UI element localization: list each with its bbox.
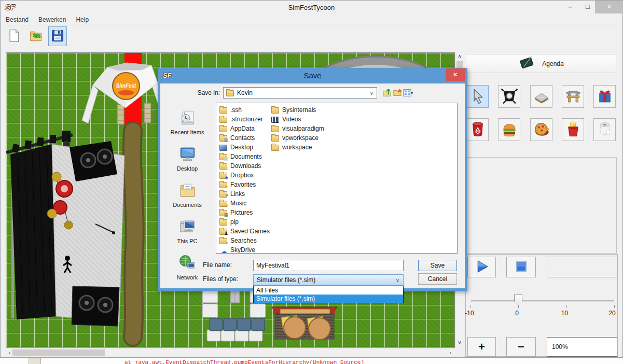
places-item-desktop[interactable]: Desktop <box>165 142 210 178</box>
views-caret-icon: ▾ <box>411 91 413 95</box>
tool-button-gate[interactable] <box>562 85 584 108</box>
file-item-contacts[interactable]: Contacts <box>219 133 269 143</box>
zoom-in-button[interactable]: + <box>467 337 496 357</box>
toolbar-button-save-file[interactable] <box>48 26 67 46</box>
new-folder-button[interactable] <box>392 88 402 98</box>
tool-button-road[interactable] <box>530 85 552 108</box>
file-item-workspace[interactable]: workspace <box>271 143 349 152</box>
file-item-favorites[interactable]: Favorites <box>219 180 269 189</box>
up-one-level-button[interactable] <box>382 88 392 98</box>
dialog-title: Save <box>158 71 467 80</box>
tool-button-gift[interactable] <box>593 85 616 108</box>
file-item-documents[interactable]: Documents <box>219 152 269 161</box>
file-type-value: Simulator files (*.sim) <box>257 276 315 284</box>
places-item-documents[interactable]: Documents <box>165 178 210 214</box>
file-item-ssh[interactable]: .ssh <box>219 105 269 115</box>
file-item-pip[interactable]: pip <box>219 217 269 227</box>
file-item-sysinternals[interactable]: Sysinternals <box>271 105 349 115</box>
maximize-button[interactable]: □ <box>580 1 596 13</box>
status-box <box>547 257 617 277</box>
cursor-icon <box>469 87 487 106</box>
file-item-searches[interactable]: Searches <box>219 236 269 245</box>
file-item-music[interactable]: Music <box>219 199 269 208</box>
file-item-dropbox[interactable]: Dropbox <box>219 171 269 180</box>
toolbar-button-new-file[interactable] <box>5 26 23 46</box>
stop-icon <box>514 259 529 276</box>
dialog-close-button[interactable]: × <box>446 68 465 81</box>
searches-icon <box>219 238 227 244</box>
file-item-desktop[interactable]: Desktop <box>219 143 269 152</box>
save-dialog: SF Save × Save in: Kevin ∨ ▾ <box>158 68 467 291</box>
slider-labels: -1001020 <box>459 310 622 317</box>
horizontal-scrollbar[interactable]: ‹ › <box>6 348 455 357</box>
play-button[interactable] <box>467 257 496 277</box>
trash-icon <box>469 120 487 139</box>
file-name-input[interactable] <box>253 260 404 271</box>
zoom-out-button[interactable]: − <box>506 337 536 357</box>
file-item-appdata[interactable]: AppData <box>219 124 269 133</box>
speaker-stack-top <box>70 141 117 181</box>
file-item-videos[interactable]: Videos <box>271 115 349 124</box>
places-sidebar: Recent Items Desktop Documents This PC N… <box>165 105 210 287</box>
file-list[interactable]: .ssh .structorizer AppData Contacts <box>216 103 458 254</box>
gift-icon <box>596 87 614 106</box>
saved-games-icon <box>219 229 227 235</box>
recent-items-icon <box>178 119 197 128</box>
road-icon <box>533 87 550 106</box>
console-box <box>29 358 41 364</box>
tool-button-cursor[interactable] <box>466 85 489 108</box>
menu-bar: BestandBewerkenHelp <box>1 15 622 25</box>
horizontal-scroll-thumb[interactable] <box>12 349 105 356</box>
file-item-links[interactable]: Links <box>219 189 269 199</box>
scroll-up-arrow[interactable]: ∧ <box>455 52 464 60</box>
tool-button-pizza[interactable] <box>530 118 552 141</box>
file-item-structorizer[interactable]: .structorizer <box>219 115 269 124</box>
tool-button-trash[interactable] <box>466 118 489 141</box>
stop-button[interactable] <box>506 257 536 277</box>
speed-slider-track[interactable] <box>471 300 614 302</box>
menu-item-help[interactable]: Help <box>76 16 89 23</box>
scroll-right-arrow[interactable]: › <box>447 348 454 357</box>
views-grid-icon <box>403 91 412 99</box>
folder-icon <box>219 126 227 132</box>
folder-icon <box>219 117 227 123</box>
main-window: SF SimFestTycoon – □ × BestandBewerkenHe… <box>0 0 623 358</box>
favorites-icon <box>219 182 227 188</box>
file-type-combobox[interactable]: Simulator files (*.sim) ∨ <box>253 274 404 286</box>
file-item-downloads[interactable]: Downloads <box>219 161 269 171</box>
file-list-column-2: Sysinternals Videos visualparadigm vpwor… <box>271 105 349 152</box>
slider-label-20: 20 <box>602 310 622 317</box>
save-in-combobox[interactable]: Kevin ∨ <box>223 87 377 99</box>
agenda-button[interactable]: Agenda <box>466 54 616 73</box>
close-button[interactable]: × <box>595 1 623 13</box>
file-type-option-all-files[interactable]: All Files <box>254 286 403 295</box>
tool-button-burger[interactable] <box>498 118 520 141</box>
toolbar-button-open-file[interactable] <box>26 26 45 46</box>
cancel-button[interactable]: Cancel <box>418 273 457 285</box>
spotlight-icon <box>501 87 518 106</box>
scroll-down-arrow[interactable]: ∨ <box>455 339 464 346</box>
file-item-visualparadigm[interactable]: visualparadigm <box>271 124 349 133</box>
places-item-this-pc[interactable]: This PC <box>165 214 210 250</box>
tool-button-spotlight[interactable] <box>498 85 520 108</box>
file-item-pictures[interactable]: Pictures <box>219 208 269 217</box>
file-item-skydrive[interactable]: SkyDrive <box>219 245 269 254</box>
new-file-icon <box>7 29 21 45</box>
zoom-level-field[interactable]: 100% <box>547 337 617 357</box>
save-button[interactable]: Save <box>418 260 457 271</box>
file-item-saved-games[interactable]: Saved Games <box>219 227 269 236</box>
tool-button-fries[interactable] <box>562 118 584 141</box>
file-item-vpworkspace[interactable]: vpworkspace <box>271 133 349 143</box>
places-item-recent-items[interactable]: Recent Items <box>165 105 210 142</box>
menu-item-bestand[interactable]: Bestand <box>6 16 29 23</box>
menu-item-bewerken[interactable]: Bewerken <box>38 16 66 23</box>
file-name-label: File name: <box>203 261 232 269</box>
minimize-button[interactable]: – <box>562 1 578 13</box>
file-type-option-simulator-files-sim[interactable]: Simulator files (*.sim) <box>254 295 403 303</box>
title-bar: SF SimFestTycoon – □ × <box>1 1 622 15</box>
dirt-path <box>132 131 135 337</box>
tool-button-toilet-paper[interactable] <box>593 118 616 141</box>
agenda-label: Agenda <box>542 60 563 67</box>
dialog-title-bar[interactable]: SF Save × <box>158 68 467 83</box>
stack-trace-text: at java.awt.EventDispatchThread.pumpEven… <box>124 359 364 364</box>
